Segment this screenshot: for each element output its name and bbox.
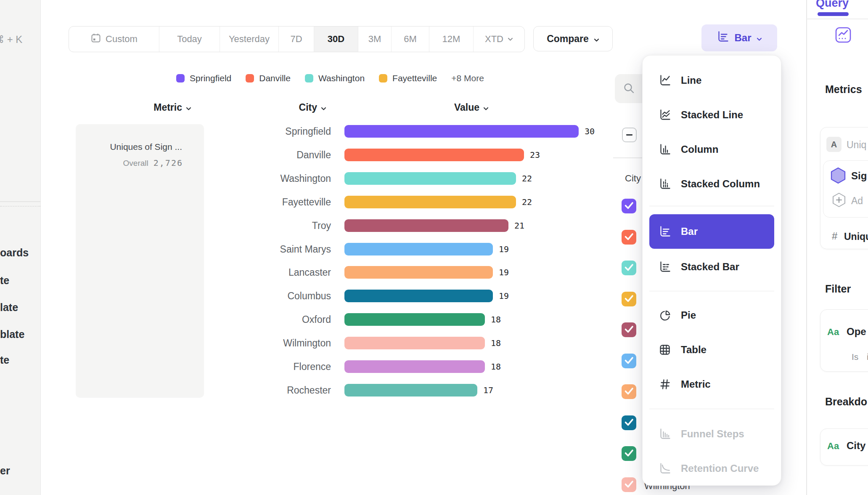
bar-segment[interactable] [344,266,493,279]
bar-chart [659,225,671,238]
bar-value-label: 22 [522,190,532,214]
date-range-yesterday[interactable]: Yesterday [220,27,279,52]
check-icon [622,445,636,462]
metric-letter-badge: A [826,137,842,152]
pie-chart [659,309,671,322]
menu-item-funnel-steps: Funnel Steps [643,421,781,447]
legend-item[interactable]: Springfield [176,73,231,83]
bar-segment[interactable] [344,149,524,161]
calendar-icon [90,32,101,46]
series-checkbox[interactable] [622,230,636,245]
legend-item[interactable]: Fayetteville [379,73,437,83]
bar-segment[interactable] [344,219,508,232]
menu-item-stacked-column[interactable]: Stacked Column [643,171,781,197]
bar-category-label: Oxford [43,308,331,331]
menu-item-pie[interactable]: Pie [643,303,781,328]
sidebar-divider [0,201,40,202]
bar-category-label: Saint Marys [43,237,331,261]
bar-row-washington: Washington22 [43,167,624,190]
date-range-3m[interactable]: 3M [358,27,392,52]
chart-type-button[interactable]: Bar [701,24,777,51]
bar-segment[interactable] [344,384,477,397]
legend-item[interactable]: Washington [305,73,365,83]
sidebar-item-fragment[interactable]: late [0,301,18,314]
date-range-xtd[interactable]: XTD [474,27,524,52]
menu-item-metric[interactable]: Metric [643,372,781,397]
date-range-12m[interactable]: 12M [429,27,474,52]
event-name-fragment: Sig [851,170,867,182]
date-range-today[interactable]: Today [159,27,220,52]
menu-item-stacked-bar[interactable]: Stacked Bar [643,254,781,279]
sidebar-item-fragment[interactable]: te [0,354,9,366]
bar-value-label: 18 [491,308,501,331]
column-header-city[interactable]: City [210,101,326,114]
series-checkbox[interactable] [622,292,636,306]
sidebar-item-fragment[interactable]: te [0,274,9,287]
bar-segment[interactable] [344,360,485,373]
bar-row-florence: Florence18 [43,355,624,378]
check-icon [622,353,636,369]
series-checkbox[interactable] [622,446,636,461]
menu-item-table[interactable]: Table [643,337,781,362]
compare-button[interactable]: Compare [533,26,613,51]
bar-segment[interactable] [344,243,493,255]
stacked-bar-chart [659,261,671,273]
menu-item-label: Retention Curve [681,463,759,474]
series-checkbox[interactable] [622,384,636,399]
sidebar-item-fragment[interactable]: er [0,465,10,477]
series-checkbox[interactable] [622,261,636,275]
insights-icon[interactable] [835,27,851,45]
menu-item-label: Bar [681,226,698,237]
column-header-value[interactable]: Value [378,101,489,114]
series-checkbox[interactable] [622,477,636,492]
filter-operator[interactable]: Is [852,352,858,362]
bar-segment[interactable] [344,337,485,349]
date-range-6m[interactable]: 6M [392,27,429,52]
bar-segment[interactable] [344,196,516,208]
bar-category-label: Springfield [43,120,331,143]
menu-item-stacked-line[interactable]: Stacked Line [643,102,781,128]
chevron-down-icon [508,37,513,41]
add-event-icon[interactable] [832,192,846,210]
bar-row-rochester: Rochester17 [43,378,624,402]
select-all-checkbox[interactable] [622,128,637,142]
series-checkbox[interactable] [622,322,636,337]
metrics-card: A Uniq Sig Ad # Uniqu [820,127,868,249]
menu-item-bar[interactable]: Bar [649,214,774,249]
hash-icon [659,378,671,391]
date-range-30d[interactable]: 30D [314,27,358,52]
tab-query[interactable]: Query [816,0,849,10]
bar-value-label: 21 [514,214,524,237]
bar-value-label: 22 [522,167,532,190]
bar-segment[interactable] [344,290,493,302]
date-range-custom[interactable]: Custom [69,27,159,52]
bar-value-label: 23 [530,143,540,167]
menu-item-label: Stacked Column [681,178,760,190]
series-checkbox[interactable] [622,354,636,368]
series-checkbox[interactable] [622,199,636,213]
menu-item-column[interactable]: Column [643,137,781,162]
bar-row-columbus: Columbus19 [43,284,624,308]
bar-segment[interactable] [344,172,516,185]
legend-item[interactable]: Danville [246,73,291,83]
legend-more[interactable]: +8 More [451,73,484,83]
bar-category-label: Columbus [43,284,331,308]
bar-category-label: Danville [43,143,331,167]
check-icon [622,415,636,431]
breakdown-card[interactable]: Aa City [820,428,868,466]
sidebar-item-fragment[interactable]: oards [0,247,29,259]
chart-type-label: Bar [734,32,751,44]
series-checkbox[interactable] [622,415,636,430]
menu-item-label: Table [681,344,707,356]
column-header-metric[interactable]: Metric [43,101,191,114]
bar-segment[interactable] [344,313,485,326]
line-chart [659,74,671,87]
event-card[interactable]: Sig Ad [823,160,868,218]
date-range-7d[interactable]: 7D [279,27,314,52]
menu-divider [649,291,774,291]
menu-item-label: Pie [681,309,696,321]
menu-item-line[interactable]: Line [643,68,781,93]
filter-card[interactable]: Aa Ope Is i [820,309,868,372]
sidebar-item-fragment[interactable]: blate [0,328,24,341]
bar-segment[interactable] [344,125,579,138]
